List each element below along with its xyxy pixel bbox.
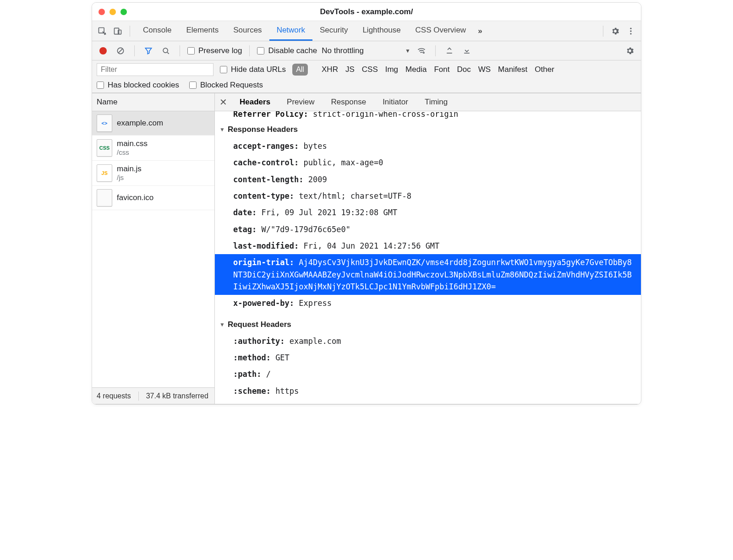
- header-row[interactable]: :scheme: https: [215, 383, 641, 399]
- request-count: 4 requests: [97, 392, 131, 400]
- detail-tab-timing[interactable]: Timing: [416, 93, 456, 111]
- devtools-window: DevTools - example.com/ ConsoleElementsS…: [92, 2, 641, 405]
- header-row[interactable]: :path: /: [215, 366, 641, 382]
- header-key: Referrer Policy:: [233, 111, 308, 119]
- separator: [180, 45, 180, 56]
- header-key: :authority:: [233, 337, 290, 346]
- type-filter-font[interactable]: Font: [434, 65, 449, 74]
- inspect-element-icon[interactable]: [96, 25, 109, 38]
- headers-body[interactable]: Referrer Policy: strict-origin-when-cros…: [215, 111, 641, 404]
- header-row[interactable]: date: Fri, 09 Jul 2021 19:32:08 GMT: [215, 204, 641, 221]
- network-settings-gear-icon[interactable]: [624, 44, 636, 57]
- network-toolbar: Preserve log Disable cache No throttling…: [92, 41, 641, 60]
- disable-cache-label: Disable cache: [268, 46, 317, 55]
- request-list-footer: 4 requests 37.4 kB transferred: [92, 387, 214, 404]
- hide-data-urls-checkbox[interactable]: Hide data URLs: [220, 65, 286, 74]
- kebab-menu-icon[interactable]: [624, 25, 637, 38]
- tab-sources[interactable]: Sources: [226, 21, 269, 41]
- type-filter-media[interactable]: Media: [405, 65, 427, 74]
- has-blocked-cookies-checkbox[interactable]: Has blocked cookies: [97, 81, 179, 90]
- disable-cache-checkbox[interactable]: Disable cache: [257, 46, 317, 55]
- toggle-device-icon[interactable]: [111, 25, 124, 38]
- request-headers-section[interactable]: ▼ Request Headers: [215, 316, 641, 333]
- request-row[interactable]: favicon.ico: [92, 186, 214, 210]
- preserve-log-checkbox[interactable]: Preserve log: [187, 46, 242, 55]
- response-headers-section[interactable]: ▼ Response Headers: [215, 121, 641, 138]
- request-list: <>example.comCSSmain.css/cssJSmain.js/js…: [92, 111, 214, 387]
- close-detail-icon[interactable]: ✕: [215, 97, 231, 108]
- header-row[interactable]: content-type: text/html; charset=UTF-8: [215, 188, 641, 204]
- import-har-icon[interactable]: [443, 44, 456, 57]
- zoom-window-button[interactable]: [120, 9, 127, 15]
- header-row: Referrer Policy: strict-origin-when-cros…: [215, 111, 641, 121]
- detail-tabs: ✕ HeadersPreviewResponseInitiatorTiming: [215, 93, 641, 111]
- filter-input[interactable]: [97, 63, 213, 76]
- header-value: public, max-age=0: [304, 158, 383, 167]
- type-filter-xhr[interactable]: XHR: [322, 65, 338, 74]
- svg-rect-9: [447, 53, 452, 54]
- more-tabs-button[interactable]: »: [473, 21, 487, 41]
- type-filter-css[interactable]: CSS: [362, 65, 378, 74]
- header-key: content-length:: [233, 175, 308, 184]
- tab-security[interactable]: Security: [312, 21, 355, 41]
- type-filter-js[interactable]: JS: [345, 65, 355, 74]
- hide-data-urls-label: Hide data URLs: [231, 65, 286, 74]
- type-filter-manifest[interactable]: Manifest: [498, 65, 527, 74]
- header-row[interactable]: cache-control: public, max-age=0: [215, 154, 641, 171]
- header-row[interactable]: :authority: example.com: [215, 333, 641, 349]
- svg-point-3: [630, 27, 631, 29]
- header-row[interactable]: x-powered-by: Express: [215, 295, 641, 311]
- type-filter-doc[interactable]: Doc: [457, 65, 470, 74]
- request-list-header[interactable]: Name: [92, 93, 214, 111]
- detail-tab-response[interactable]: Response: [323, 93, 375, 111]
- tab-network[interactable]: Network: [269, 21, 312, 41]
- header-value: example.com: [290, 337, 341, 346]
- header-row[interactable]: etag: W/"7d9-179d76c65e0": [215, 221, 641, 238]
- blocked-requests-checkbox[interactable]: Blocked Requests: [189, 81, 263, 90]
- filter-bar: Hide data URLs All XHRJSCSSImgMediaFontD…: [92, 60, 641, 93]
- svg-point-5: [630, 33, 631, 34]
- tab-elements[interactable]: Elements: [179, 21, 226, 41]
- request-detail-panel: ✕ HeadersPreviewResponseInitiatorTiming …: [215, 93, 641, 404]
- type-filter-ws[interactable]: WS: [478, 65, 491, 74]
- header-row[interactable]: last-modified: Fri, 04 Jun 2021 14:27:56…: [215, 238, 641, 254]
- throttling-caret-icon[interactable]: ▼: [405, 48, 410, 54]
- throttling-select[interactable]: No throttling: [322, 46, 364, 55]
- header-row[interactable]: :method: GET: [215, 349, 641, 366]
- separator: [603, 26, 603, 37]
- file-type-icon: [97, 189, 112, 207]
- request-row[interactable]: JSmain.js/js: [92, 161, 214, 186]
- header-row[interactable]: accept-ranges: bytes: [215, 138, 641, 154]
- settings-gear-icon[interactable]: [609, 25, 622, 38]
- request-row[interactable]: CSSmain.css/css: [92, 136, 214, 161]
- svg-point-8: [423, 52, 424, 53]
- header-value: GET: [275, 353, 290, 362]
- detail-tab-headers[interactable]: Headers: [231, 93, 279, 111]
- type-filter-img[interactable]: Img: [385, 65, 398, 74]
- header-row[interactable]: accept: text/html,application/xhtml+xml,…: [215, 399, 641, 404]
- header-row-highlighted[interactable]: origin-trial: Aj4DysCv3VjknU3jJvkDEwnQZK…: [215, 254, 641, 295]
- record-button[interactable]: [97, 44, 109, 57]
- network-conditions-icon[interactable]: [415, 44, 428, 57]
- tab-console[interactable]: Console: [136, 21, 179, 41]
- request-list-panel: Name <>example.comCSSmain.css/cssJSmain.…: [92, 93, 215, 404]
- close-window-button[interactable]: [98, 9, 105, 15]
- header-value: text/html; charset=UTF-8: [299, 191, 411, 201]
- filter-all-pill[interactable]: All: [292, 64, 308, 76]
- clear-log-icon[interactable]: [114, 44, 127, 57]
- header-row[interactable]: content-length: 2009: [215, 171, 641, 188]
- tab-css-overview[interactable]: CSS Overview: [408, 21, 474, 41]
- type-filter-other[interactable]: Other: [535, 65, 554, 74]
- filter-funnel-icon[interactable]: [142, 44, 155, 57]
- detail-tab-initiator[interactable]: Initiator: [374, 93, 416, 111]
- separator: [130, 26, 130, 37]
- header-key: :path:: [233, 370, 266, 379]
- export-har-icon[interactable]: [460, 44, 473, 57]
- detail-tab-preview[interactable]: Preview: [279, 93, 323, 111]
- disclosure-triangle-icon: ▼: [219, 321, 225, 328]
- request-row[interactable]: <>example.com: [92, 111, 214, 136]
- tab-lighthouse[interactable]: Lighthouse: [355, 21, 408, 41]
- minimize-window-button[interactable]: [109, 9, 116, 15]
- search-icon[interactable]: [159, 44, 172, 57]
- separator: [134, 45, 135, 56]
